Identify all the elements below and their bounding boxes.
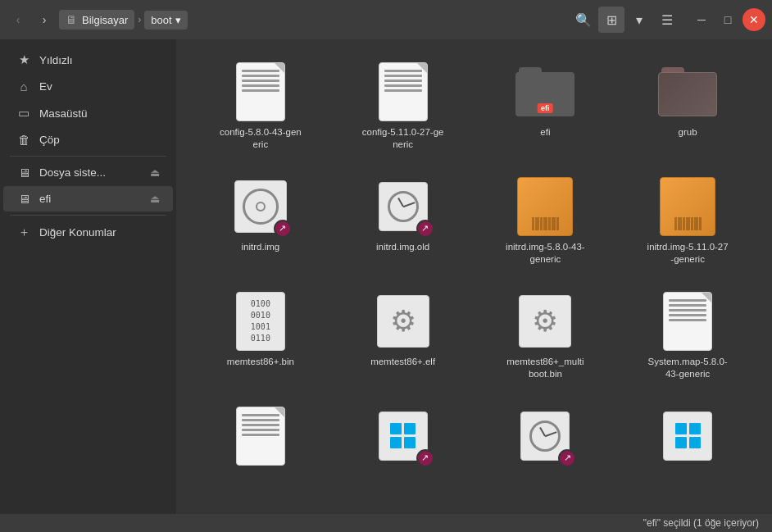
file-label-initrd-5.8: initrd.img-5.8.0-43-generic [504,241,586,266]
breadcrumb-separator: › [138,14,141,25]
windows-icon [663,412,712,461]
forward-button[interactable]: › [33,8,56,31]
sidebar-item-yildizli[interactable]: ★ Yıldızlı [3,47,173,73]
file-icon-gear1: ⚙ [374,292,433,351]
file-item-initrd-img[interactable]: ↗ initrd.img [193,167,329,275]
file-label-initrd-old: initrd.img.old [376,241,429,253]
file-item-initrd-5.11[interactable]: initrd.img-5.11.0-27-generic [620,167,756,275]
sidebar-label-masaustu: Masaüstü [39,107,160,120]
file-item-bottom2[interactable]: ↗ [335,397,471,480]
sidebar-item-cop[interactable]: 🗑 Çöp [3,127,173,152]
binary-icon: 0100001010010110 [236,292,285,351]
file-icon-bottom3: ↗ [515,407,574,466]
file-label-efi: efi [540,126,550,139]
textfile-icon [379,62,428,121]
file-item-grub-folder[interactable]: grub [620,52,756,161]
sidebar-item-diger[interactable]: ＋ Diğer Konumlar [3,219,173,246]
main-layout: ★ Yıldızlı ⌂ Ev ▭ Masaüstü 🗑 Çöp 🖥 Dosya… [0,39,772,514]
symlink-badge-bottom3: ↗ [558,449,576,467]
sidebar: ★ Yıldızlı ⌂ Ev ▭ Masaüstü 🗑 Çöp 🖥 Dosya… [0,39,176,514]
breadcrumb-current-label: boot [151,14,171,26]
sidebar-item-ev[interactable]: ⌂ Ev [3,74,173,99]
file-label-config2: config-5.11.0-27-generic [362,126,444,151]
symlink-badge: ↗ [274,220,292,238]
file-item-initrd-old[interactable]: ↗ initrd.img.old [335,167,471,275]
textfile-icon [236,407,285,466]
file-item-bottom1[interactable] [193,397,329,480]
gear-icon: ⚙ [377,295,429,348]
efi-drive-icon: 🖥 [16,192,31,206]
desktop-icon: ▭ [16,106,31,120]
file-item-config1[interactable]: config-5.8.0-43-generic [193,52,329,161]
star-icon: ★ [16,52,31,67]
window-controls: ─ □ ✕ [690,8,765,31]
efi-badge: efi [538,103,553,113]
sidebar-label-dosyasistemleri: Dosya siste... [39,166,142,179]
file-item-bottom3[interactable]: ↗ [478,397,614,480]
sidebar-item-masaustu[interactable]: ▭ Masaüstü [3,100,173,126]
file-icon-bottom1 [231,407,290,466]
titlebar: ‹ › 🖥 Bilgisayar › boot ▾ 🔍 ⊞ ▾ ☰ ─ □ ✕ [0,0,772,39]
file-icon-binary: 0100001010010110 [231,292,290,351]
file-item-bottom4[interactable] [620,397,756,480]
maximize-button[interactable]: □ [716,8,739,31]
grid-view-button[interactable]: ⊞ [598,7,624,33]
folder-grub-icon [658,67,717,116]
status-message: "efi" seçildi (1 öğe içeriyor) [643,517,759,529]
gear-symbol: ⚙ [390,304,416,339]
view-options-button[interactable]: ▾ [626,7,652,33]
computer-icon: 🖥 [66,13,77,26]
home-icon: ⌂ [16,80,31,93]
minimize-button[interactable]: ─ [690,8,713,31]
file-item-initrd-5.8[interactable]: initrd.img-5.8.0-43-generic [478,167,614,275]
file-label-system-map: System.map-5.8.0-43-generic [647,356,729,380]
file-icon-initrd: ↗ [231,177,290,236]
archive-icon [517,177,573,236]
file-label-memtest-bin: memtest86+.bin [227,356,294,368]
menu-button[interactable]: ☰ [654,7,680,33]
sidebar-label-yildizli: Yıldızlı [39,54,160,66]
file-icon-config2 [374,62,433,121]
gear-symbol: ⚙ [532,304,558,339]
file-label-grub: grub [679,126,697,139]
file-icon-config1 [231,62,290,121]
file-item-system-map[interactable]: System.map-5.8.0-43-generic [620,282,756,390]
file-item-memtest-elf[interactable]: ⚙ memtest86+.elf [335,282,471,390]
textfile-icon [663,292,712,351]
file-label-memtest-elf: memtest86+.elf [370,356,435,368]
archive-icon [660,177,715,236]
file-item-memtest-bin[interactable]: 0100001010010110 memtest86+.bin [193,282,329,390]
back-button[interactable]: ‹ [7,8,30,31]
file-item-efi-folder[interactable]: efi efi [478,52,614,161]
file-icon-efi: efi [515,62,574,121]
sidebar-item-efi[interactable]: 🖥 efi ⏏ [3,186,173,211]
file-area: config-5.8.0-43-generic config-5.11.0-27… [176,39,772,514]
file-icon-bottom2: ↗ [374,407,433,466]
sidebar-label-cop: Çöp [39,134,160,146]
toolbar-right: 🔍 ⊞ ▾ ☰ [570,7,680,33]
file-item-memtest-multi[interactable]: ⚙ memtest86+_multiboot.bin [478,282,614,390]
eject-icon-efi[interactable]: ⏏ [150,193,160,205]
file-icon-bottom4 [658,407,717,466]
chevron-down-icon: ▾ [175,14,181,26]
drive-icon: 🖥 [16,166,31,180]
statusbar: "efi" seçildi (1 öğe içeriyor) [0,514,772,532]
eject-icon-dosya[interactable]: ⏏ [150,166,160,179]
file-icon-gear2: ⚙ [515,292,574,351]
textfile-icon [236,62,285,121]
file-item-config2[interactable]: config-5.11.0-27-generic [335,52,471,161]
file-label-memtest-multi: memtest86+_multiboot.bin [504,356,586,380]
close-button[interactable]: ✕ [742,8,765,31]
file-label-initrd-img: initrd.img [242,241,280,253]
gear-icon: ⚙ [519,295,571,348]
folder-efi-icon: efi [515,67,574,116]
file-icon-archive2 [658,177,717,236]
breadcrumb-computer[interactable]: 🖥 Bilgisayar [59,10,134,30]
sidebar-item-dosyasistemleri[interactable]: 🖥 Dosya siste... ⏏ [3,160,173,185]
breadcrumb-current[interactable]: boot ▾ [144,11,187,30]
search-button[interactable]: 🔍 [570,7,597,33]
file-icon-archive1 [515,177,574,236]
symlink-badge-old: ↗ [416,220,434,238]
sidebar-label-diger: Diğer Konumlar [39,226,160,239]
file-label-initrd-5.11: initrd.img-5.11.0-27-generic [647,241,729,266]
